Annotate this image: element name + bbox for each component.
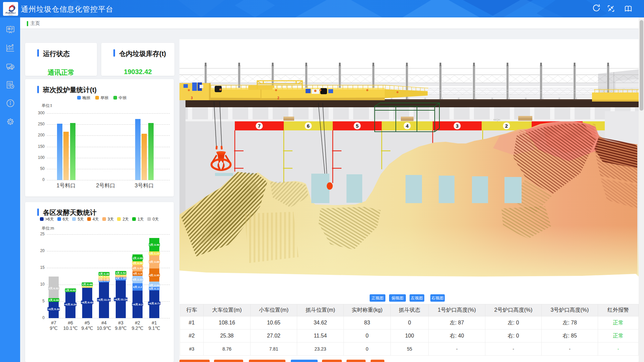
svg-text:6: 6 — [307, 123, 310, 129]
svg-text:4: 4 — [406, 123, 409, 129]
svg-text:5: 5 — [356, 123, 359, 129]
svg-text:7: 7 — [258, 123, 261, 129]
svg-text:3: 3 — [191, 96, 193, 100]
svg-text:2: 2 — [505, 123, 508, 129]
svg-text:—福尔利—: —福尔利— — [7, 14, 14, 16]
svg-text:NIQin: NIQin — [493, 118, 500, 121]
svg-text:2: 2 — [277, 96, 279, 100]
svg-text:3: 3 — [456, 123, 459, 129]
